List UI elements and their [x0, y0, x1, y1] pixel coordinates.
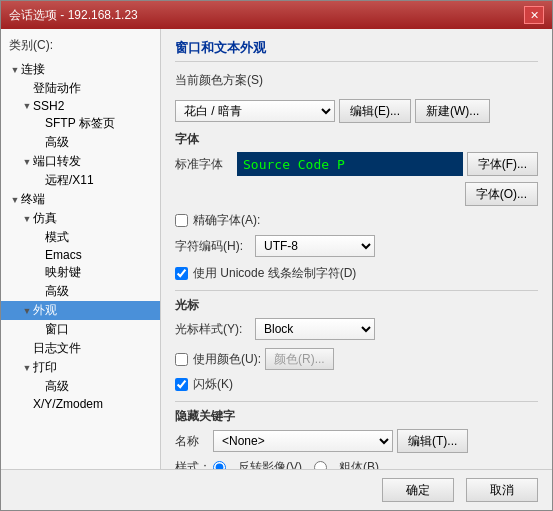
expand-icon [33, 267, 45, 279]
expand-icon: ▼ [9, 64, 21, 76]
cursor-style-select[interactable]: Block [255, 318, 375, 340]
unicode-line-label: 使用 Unicode 线条绘制字符(D) [193, 265, 356, 282]
charset-label: 字符编码(H): [175, 238, 255, 255]
sidebar-item-remote-x11[interactable]: 远程/X11 [1, 171, 160, 190]
cursor-section: 光标 光标样式(Y): Block 使用颜色(U): 颜色(R)... 闪烁(K… [175, 297, 538, 393]
use-color-checkbox[interactable] [175, 353, 188, 366]
blink-label: 闪烁(K) [193, 376, 233, 393]
radio-reverse[interactable] [213, 461, 226, 469]
cursor-style-label: 光标样式(Y): [175, 321, 255, 338]
expand-icon: ▼ [21, 100, 33, 112]
font-section-title: 字体 [175, 131, 538, 148]
sidebar-item-sftp[interactable]: SFTP 标签页 [1, 114, 160, 133]
radio-bold-label: 粗体(B) [339, 459, 379, 469]
expand-icon: ▼ [21, 362, 33, 374]
blink-row: 闪烁(K) [175, 376, 538, 393]
cursor-style-row: 光标样式(Y): Block [175, 318, 538, 340]
section-title: 窗口和文本外观 [175, 39, 538, 62]
charset-row: 字符编码(H): UTF-8 [175, 235, 538, 257]
right-panel: 窗口和文本外观 当前颜色方案(S) 花白 / 暗青 编辑(E)... 新建(W)… [161, 29, 552, 469]
sidebar-item-ssh2[interactable]: ▼ SSH2 [1, 98, 160, 114]
color-scheme-select[interactable]: 花白 / 暗青 [175, 100, 335, 122]
sidebar-item-xyzmodem[interactable]: X/Y/Zmodem [1, 396, 160, 412]
divider1 [175, 290, 538, 291]
precise-font-label: 精确字体(A): [193, 212, 260, 229]
expand-icon [33, 381, 45, 393]
sidebar-item-ssh2-advanced[interactable]: 高级 [1, 133, 160, 152]
sidebar-item-connection[interactable]: ▼ 连接 [1, 60, 160, 79]
radio-reverse-label: 反转影像(V) [238, 459, 302, 469]
divider2 [175, 401, 538, 402]
hidden-key-name-label: 名称 [175, 433, 213, 450]
expand-icon [33, 118, 45, 130]
color-scheme-label: 当前颜色方案(S) [175, 72, 263, 89]
hidden-key-name-row: 名称 <None> 编辑(T)... [175, 429, 538, 453]
font-o-button[interactable]: 字体(O)... [465, 182, 538, 206]
unicode-line-row: 使用 Unicode 线条绘制字符(D) [175, 265, 538, 282]
sidebar-item-port-forward[interactable]: ▼ 端口转发 [1, 152, 160, 171]
use-color-row: 使用颜色(U): 颜色(R)... [175, 348, 538, 370]
charset-select[interactable]: UTF-8 [255, 235, 375, 257]
bottom-bar: 确定 取消 [1, 469, 552, 510]
expand-icon [33, 324, 45, 336]
font-section: 字体 标准字体 Source Code P 字体(F)... 字体(O)... … [175, 131, 538, 282]
expand-icon: ▼ [21, 213, 33, 225]
precise-font-checkbox[interactable] [175, 214, 188, 227]
expand-icon [33, 249, 45, 261]
new-color-scheme-button[interactable]: 新建(W)... [415, 99, 490, 123]
color-r-button[interactable]: 颜色(R)... [265, 348, 334, 370]
sidebar-item-mode[interactable]: 模式 [1, 228, 160, 247]
sidebar-item-window-sub[interactable]: 窗口 [1, 320, 160, 339]
use-color-label: 使用颜色(U): [193, 351, 261, 368]
color-scheme-row: 当前颜色方案(S) [175, 72, 538, 89]
sidebar-item-terminal[interactable]: ▼ 终端 [1, 190, 160, 209]
expand-icon [21, 343, 33, 355]
cancel-button[interactable]: 取消 [466, 478, 538, 502]
font-display: Source Code P [237, 152, 463, 176]
font-o-row: 字体(O)... [175, 182, 538, 206]
edit-color-scheme-button[interactable]: 编辑(E)... [339, 99, 411, 123]
sidebar-item-key-mapping[interactable]: 映射键 [1, 263, 160, 282]
hidden-key-section: 隐藏关键字 名称 <None> 编辑(T)... 样式： 反转影像(V) 粗体(… [175, 408, 538, 469]
titlebar: 会话选项 - 192.168.1.23 ✕ [1, 1, 552, 29]
sidebar-item-appearance[interactable]: ▼ 外观 [1, 301, 160, 320]
sidebar-item-terminal-advanced[interactable]: 高级 [1, 282, 160, 301]
blink-checkbox[interactable] [175, 378, 188, 391]
hidden-key-edit-button[interactable]: 编辑(T)... [397, 429, 468, 453]
sidebar-header: 类别(C): [1, 33, 160, 60]
hidden-key-name-select[interactable]: <None> [213, 430, 393, 452]
sidebar-item-emacs[interactable]: Emacs [1, 247, 160, 263]
hidden-key-style-label: 样式： [175, 459, 213, 469]
standard-font-row: 标准字体 Source Code P 字体(F)... [175, 152, 538, 176]
expand-icon [33, 137, 45, 149]
cursor-section-title: 光标 [175, 297, 538, 314]
color-scheme-controls: 花白 / 暗青 编辑(E)... 新建(W)... [175, 99, 538, 123]
expand-icon: ▼ [9, 194, 21, 206]
sidebar-item-emulation[interactable]: ▼ 仿真 [1, 209, 160, 228]
ok-button[interactable]: 确定 [382, 478, 454, 502]
precise-font-row: 精确字体(A): [175, 212, 538, 229]
expand-icon [33, 286, 45, 298]
main-content: 类别(C): ▼ 连接 登陆动作 ▼ SSH2 SFTP 标签页 高级 [1, 29, 552, 469]
close-button[interactable]: ✕ [524, 6, 544, 24]
style-radio-group: 反转影像(V) 粗体(B) [213, 459, 379, 469]
expand-icon [21, 83, 33, 95]
radio-bold[interactable] [314, 461, 327, 469]
sidebar-item-print[interactable]: ▼ 打印 [1, 358, 160, 377]
font-f-button[interactable]: 字体(F)... [467, 152, 538, 176]
expand-icon [33, 175, 45, 187]
hidden-key-title: 隐藏关键字 [175, 408, 538, 425]
unicode-line-checkbox[interactable] [175, 267, 188, 280]
sidebar-item-print-advanced[interactable]: 高级 [1, 377, 160, 396]
expand-icon: ▼ [21, 156, 33, 168]
main-window: 会话选项 - 192.168.1.23 ✕ 类别(C): ▼ 连接 登陆动作 ▼… [0, 0, 553, 511]
sidebar-item-login-action[interactable]: 登陆动作 [1, 79, 160, 98]
expand-icon [33, 232, 45, 244]
expand-icon [21, 398, 33, 410]
hidden-key-style-row: 样式： 反转影像(V) 粗体(B) [175, 459, 538, 469]
standard-font-label: 标准字体 [175, 156, 237, 173]
sidebar-item-logfile[interactable]: 日志文件 [1, 339, 160, 358]
sidebar: 类别(C): ▼ 连接 登陆动作 ▼ SSH2 SFTP 标签页 高级 [1, 29, 161, 469]
window-title: 会话选项 - 192.168.1.23 [9, 7, 138, 24]
expand-icon: ▼ [21, 305, 33, 317]
